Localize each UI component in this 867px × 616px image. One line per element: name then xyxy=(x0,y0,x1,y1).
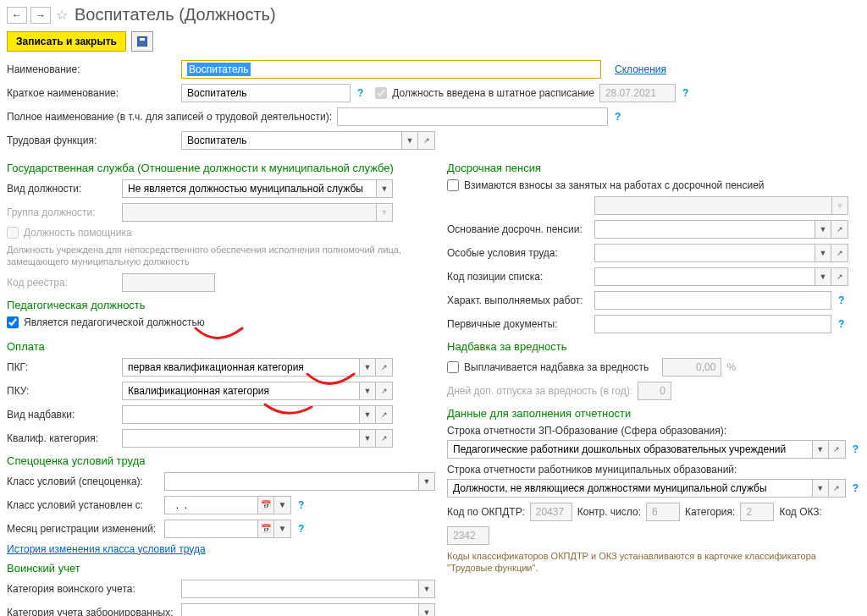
labor-function-label: Трудовая функция: xyxy=(7,135,176,146)
open-icon[interactable]: ↗ xyxy=(831,244,848,262)
help-icon[interactable]: ? xyxy=(613,111,622,123)
dropdown-icon[interactable]: ▼ xyxy=(359,429,376,448)
special-conditions-label: Особые условия труда: xyxy=(447,247,589,259)
dropdown-icon[interactable]: ▼ xyxy=(274,520,291,538)
class-from-input[interactable] xyxy=(164,496,257,514)
name-label: Наименование: xyxy=(7,63,176,75)
edu-report-input[interactable] xyxy=(447,440,812,459)
help-icon[interactable]: ? xyxy=(851,443,860,455)
calendar-icon[interactable]: 📅 xyxy=(257,520,274,538)
category-input xyxy=(740,503,774,521)
position-list-code-label: Код позиции списка: xyxy=(447,271,589,283)
staff-date-input xyxy=(599,84,676,102)
military-heading: Воинский учет xyxy=(7,562,422,575)
harm-allowance-checkbox[interactable] xyxy=(447,361,459,373)
pension-basis-label: Основание досрочн. пенсии: xyxy=(447,223,589,235)
pension-basis-input[interactable] xyxy=(594,220,815,239)
help-icon[interactable]: ? xyxy=(837,318,846,330)
favorite-star-icon[interactable]: ☆ xyxy=(54,7,69,23)
dropdown-icon[interactable]: ▼ xyxy=(401,131,418,150)
dropdown-icon[interactable]: ▼ xyxy=(418,580,435,598)
open-icon[interactable]: ↗ xyxy=(376,358,393,377)
open-icon[interactable]: ↗ xyxy=(829,440,846,459)
percent-label: % xyxy=(726,361,736,373)
category-label: Категория: xyxy=(685,506,735,518)
save-and-close-button[interactable]: Записать и закрыть xyxy=(7,31,126,52)
dropdown-icon[interactable]: ▼ xyxy=(815,244,831,262)
open-icon[interactable]: ↗ xyxy=(829,479,846,498)
okpdtr-input xyxy=(530,503,572,521)
classifier-note: Коды классификаторов ОКПДТР и ОКЗ устана… xyxy=(447,550,860,575)
early-pension-heading: Досрочная пенсия xyxy=(447,162,860,174)
month-change-label: Месяц регистрации изменений: xyxy=(7,523,159,535)
pedagogical-heading: Педагогическая должность xyxy=(7,299,422,311)
position-list-code-input[interactable] xyxy=(594,267,815,286)
class-history-link[interactable]: История изменения класса условий труда xyxy=(7,543,206,555)
assistant-checkbox-label: Должность помощника xyxy=(24,227,132,239)
calendar-icon[interactable]: 📅 xyxy=(257,496,274,514)
reserved-category-input[interactable] xyxy=(181,603,418,616)
dropdown-icon[interactable]: ▼ xyxy=(815,267,831,286)
open-icon[interactable]: ↗ xyxy=(418,131,435,150)
military-category-input[interactable] xyxy=(181,580,418,598)
dropdown-icon[interactable]: ▼ xyxy=(815,220,831,239)
class-from-label: Класс условий установлен с: xyxy=(7,499,159,511)
allowance-type-input[interactable] xyxy=(122,405,359,424)
help-icon[interactable]: ? xyxy=(356,87,365,99)
assistant-checkbox xyxy=(7,227,19,239)
help-icon[interactable]: ? xyxy=(296,499,306,511)
labor-function-input[interactable] xyxy=(181,131,401,150)
name-input[interactable]: Воспитатель xyxy=(181,60,601,79)
pkg-input[interactable] xyxy=(122,358,359,377)
harm-allowance-heading: Надбавка за вредность xyxy=(447,340,860,353)
help-icon[interactable]: ? xyxy=(851,482,860,494)
save-button[interactable] xyxy=(131,31,153,52)
pension-contributions-label: Взимаются взносы за занятых на работах с… xyxy=(464,179,765,191)
help-icon[interactable]: ? xyxy=(296,523,306,535)
pension-blank-input xyxy=(594,196,831,215)
pku-input[interactable] xyxy=(122,382,359,400)
control-number-label: Контр. число: xyxy=(577,506,641,518)
dropdown-icon[interactable]: ▼ xyxy=(812,440,829,459)
okpdtr-label: Код по ОКПДТР: xyxy=(447,506,525,518)
harm-amount-input xyxy=(662,358,721,377)
special-conditions-input[interactable] xyxy=(594,244,815,262)
declension-link[interactable]: Склонения xyxy=(615,63,666,75)
position-group-label: Группа должности: xyxy=(7,206,117,218)
open-icon[interactable]: ↗ xyxy=(376,382,393,400)
open-icon[interactable]: ↗ xyxy=(831,267,848,286)
short-name-input[interactable] xyxy=(181,84,351,102)
month-change-input[interactable] xyxy=(164,520,257,538)
help-icon[interactable]: ? xyxy=(837,294,846,306)
position-type-label: Вид должности: xyxy=(7,183,117,195)
back-button[interactable]: ← xyxy=(7,7,27,24)
dropdown-icon[interactable]: ▼ xyxy=(359,382,376,400)
forward-button[interactable]: → xyxy=(30,7,51,24)
is-pedagogical-checkbox[interactable] xyxy=(7,316,19,328)
work-character-label: Характ. выполняемых работ: xyxy=(447,294,589,306)
class-input[interactable] xyxy=(164,472,418,491)
gov-service-heading: Государственная служба (Отношение должно… xyxy=(7,162,422,174)
open-icon[interactable]: ↗ xyxy=(376,429,393,448)
dropdown-icon[interactable]: ▼ xyxy=(359,405,376,424)
municipal-report-input[interactable] xyxy=(447,479,812,498)
dropdown-icon[interactable]: ▼ xyxy=(274,496,291,514)
gov-note: Должность учреждена для непосредственног… xyxy=(7,244,422,268)
position-type-input[interactable] xyxy=(122,179,376,198)
qual-category-input[interactable] xyxy=(122,429,359,448)
pension-contributions-checkbox[interactable] xyxy=(447,179,459,191)
dropdown-icon[interactable]: ▼ xyxy=(812,479,829,498)
full-name-input[interactable] xyxy=(337,107,608,126)
dropdown-icon[interactable]: ▼ xyxy=(418,472,435,491)
dropdown-icon[interactable]: ▼ xyxy=(359,358,376,377)
dropdown-icon: ▼ xyxy=(376,203,393,222)
allowance-type-label: Вид надбавки: xyxy=(7,409,117,421)
work-character-input[interactable] xyxy=(594,291,831,310)
primary-docs-input[interactable] xyxy=(594,315,831,333)
help-icon[interactable]: ? xyxy=(681,87,690,99)
open-icon[interactable]: ↗ xyxy=(831,220,848,239)
disk-icon xyxy=(137,36,147,47)
dropdown-icon[interactable]: ▼ xyxy=(418,603,435,616)
open-icon[interactable]: ↗ xyxy=(376,405,393,424)
dropdown-icon[interactable]: ▼ xyxy=(376,179,393,198)
